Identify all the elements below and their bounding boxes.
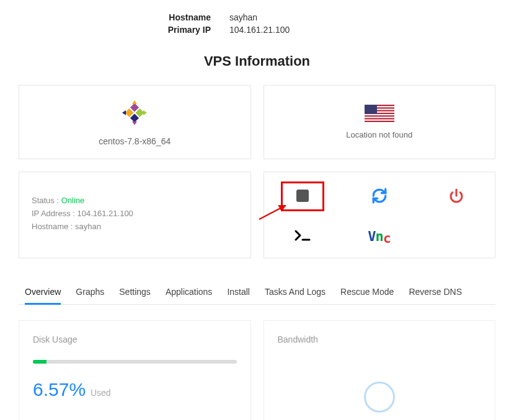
svg-rect-10 — [365, 120, 394, 121]
terminal-icon — [294, 229, 311, 243]
actions-card: Vnc — [264, 172, 496, 258]
svg-rect-11 — [365, 105, 377, 114]
hostname-value: sayhan — [229, 12, 257, 22]
header-info: Hostname sayhan Primary IP 104.161.21.10… — [143, 12, 495, 35]
location-card: Location not found — [264, 85, 496, 159]
status-card: Status : Online IP Address : 104.161.21.… — [19, 172, 251, 258]
hostname-status-label: Hostname : — [32, 222, 73, 231]
vnc-icon: Vnc — [368, 229, 391, 244]
svg-rect-13 — [296, 190, 309, 202]
status-label: Status : — [32, 196, 59, 205]
hostname-label: Hostname — [143, 12, 211, 22]
tab-install[interactable]: Install — [227, 283, 250, 305]
bandwidth-card: Bandwidth — [264, 320, 496, 420]
tab-graphs[interactable]: Graphs — [76, 283, 104, 305]
power-button[interactable] — [444, 184, 469, 209]
terminal-button[interactable] — [290, 224, 315, 248]
tab-reverse-dns[interactable]: Reverse DNS — [409, 283, 462, 305]
os-name: centos-7.8-x86_64 — [99, 136, 171, 146]
hostname-status-value: sayhan — [75, 222, 101, 231]
tab-overview[interactable]: Overview — [25, 283, 61, 305]
disk-usage-fill — [33, 360, 47, 364]
tab-applications[interactable]: Applications — [166, 283, 213, 305]
primary-ip-value: 104.161.21.100 — [229, 25, 290, 35]
section-title: VPS Information — [19, 53, 495, 69]
disk-usage-percent: 6.57% — [33, 379, 86, 400]
flag-us-icon — [365, 105, 394, 130]
disk-usage-unit: Used — [91, 388, 111, 398]
ip-value: 104.161.21.100 — [77, 209, 133, 218]
svg-rect-9 — [365, 116, 394, 118]
restart-button[interactable] — [367, 184, 392, 209]
os-card: centos-7.8-x86_64 — [19, 85, 251, 159]
primary-ip-label: Primary IP — [143, 25, 211, 35]
centos-logo-icon — [120, 98, 149, 129]
disk-usage-progress — [33, 360, 237, 364]
refresh-icon — [371, 188, 388, 206]
stop-button[interactable] — [290, 184, 315, 209]
disk-usage-title: Disk Usage — [33, 335, 237, 344]
tabs-bar: Overview Graphs Settings Applications In… — [19, 283, 495, 305]
power-icon — [449, 188, 464, 205]
stop-icon — [296, 189, 309, 204]
highlight-stop-action — [281, 182, 324, 211]
location-text: Location not found — [346, 130, 412, 139]
disk-usage-card: Disk Usage 6.57% Used — [19, 320, 251, 420]
ip-label: IP Address : — [32, 209, 75, 218]
tab-rescue-mode[interactable]: Rescue Mode — [340, 283, 394, 305]
loading-spinner-icon — [364, 382, 395, 413]
bandwidth-title: Bandwidth — [278, 335, 482, 344]
tab-tasks-logs[interactable]: Tasks And Logs — [265, 283, 326, 305]
tab-settings[interactable]: Settings — [119, 283, 151, 305]
vnc-button[interactable]: Vnc — [367, 224, 392, 248]
svg-rect-8 — [365, 114, 394, 115]
status-value: Online — [61, 196, 85, 205]
